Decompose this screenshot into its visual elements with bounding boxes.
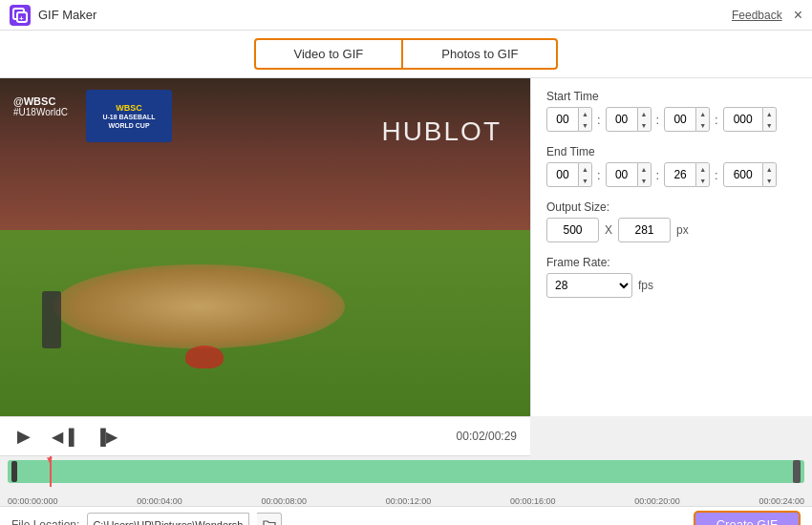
close-button[interactable]: ×: [794, 8, 802, 23]
wbsc-overlay-text2: #U18WorldC: [13, 107, 68, 117]
svg-text:+: +: [19, 14, 24, 23]
end-s-arrows: ▲ ▼: [696, 162, 710, 187]
output-width-input[interactable]: [546, 218, 599, 242]
start-time-section: Start Time ▲ ▼ : ▲ ▼: [546, 90, 797, 132]
tab-video-to-gif[interactable]: Video to GIF: [254, 38, 404, 70]
end-ms-arrows: ▲ ▼: [763, 162, 777, 187]
timeline-handle-left[interactable]: [11, 461, 17, 482]
wbsc-logo: WBSC U-18 BASEBALL WORLD CUP: [86, 90, 172, 142]
wbsc-overlay-text1: @WBSC: [13, 95, 55, 107]
output-size-section: Output Size: X px: [546, 200, 797, 242]
fps-label: fps: [638, 279, 653, 292]
ts-4: 00:00:16:00: [510, 496, 556, 506]
end-ms-down[interactable]: ▼: [763, 175, 776, 186]
x-label: X: [605, 223, 612, 237]
title-bar-right: Feedback ×: [732, 8, 802, 23]
app-title-label: GIF Maker: [38, 8, 96, 22]
bottom-bar: File Location: Create GIF: [0, 506, 812, 525]
end-ms-input[interactable]: [723, 162, 763, 187]
end-m-down[interactable]: ▼: [638, 175, 651, 186]
title-bar: + GIF Maker Feedback ×: [0, 0, 812, 31]
colon2: :: [655, 113, 661, 127]
tabs-container: Video to GIF Photos to GIF: [0, 31, 812, 78]
timeline-handle-right[interactable]: [793, 460, 801, 483]
colon3: :: [714, 113, 719, 127]
colon6: :: [714, 168, 719, 182]
folder-button[interactable]: [257, 513, 282, 526]
right-panel: Start Time ▲ ▼ : ▲ ▼: [530, 78, 812, 416]
end-s-group: ▲ ▼: [664, 162, 710, 187]
timeline-timestamps: 00:00:00:000 00:00:04:00 00:00:08:00 00:…: [8, 496, 804, 506]
end-s-down[interactable]: ▼: [696, 175, 709, 186]
start-ms-up[interactable]: ▲: [763, 108, 776, 119]
hublot-text: HUBLOT: [381, 116, 502, 147]
timeline-track[interactable]: [8, 460, 804, 483]
start-h-arrows: ▲ ▼: [579, 107, 592, 132]
file-location-label: File Location:: [11, 518, 79, 526]
fps-row: 28 24 30 60 fps: [546, 273, 797, 298]
create-gif-button[interactable]: Create GIF: [694, 511, 801, 525]
end-ms-group: ▲ ▼: [723, 162, 777, 187]
end-h-up[interactable]: ▲: [579, 163, 591, 175]
controls-bar: ▶ ◀▐ ▐▶ 00:02/00:29: [0, 416, 530, 456]
end-h-input[interactable]: [546, 162, 579, 187]
ts-0: 00:00:00:000: [8, 496, 58, 506]
start-ms-down[interactable]: ▼: [763, 119, 776, 131]
end-h-arrows: ▲ ▼: [579, 162, 592, 187]
start-s-group: ▲ ▼: [664, 107, 710, 132]
frame-rate-section: Frame Rate: 28 24 30 60 fps: [546, 256, 797, 298]
start-s-input[interactable]: [664, 107, 696, 132]
end-s-input[interactable]: [664, 162, 696, 187]
px-label: px: [676, 223, 689, 237]
start-h-input[interactable]: [546, 107, 579, 132]
end-time-label: End Time: [546, 145, 797, 158]
output-height-input[interactable]: [618, 218, 671, 242]
end-h-down[interactable]: ▼: [579, 175, 591, 186]
start-ms-group: ▲ ▼: [723, 107, 777, 132]
main-content: @WBSC #U18WorldC WBSC U-18 BASEBALL WORL…: [0, 78, 812, 416]
play-button[interactable]: ▶: [13, 424, 34, 449]
next-button[interactable]: ▐▶: [91, 426, 120, 448]
time-display: 00:02/00:29: [457, 430, 517, 443]
colon5: :: [655, 168, 661, 182]
start-m-arrows: ▲ ▼: [638, 107, 652, 132]
ts-2: 00:00:08:00: [261, 496, 307, 506]
feedback-link[interactable]: Feedback: [732, 9, 782, 22]
start-ms-arrows: ▲ ▼: [763, 107, 777, 132]
end-m-up[interactable]: ▲: [638, 163, 651, 175]
timeline-needle: [50, 456, 52, 487]
start-s-down[interactable]: ▼: [696, 119, 709, 131]
tab-photos-to-gif[interactable]: Photos to GIF: [403, 38, 558, 70]
end-time-inputs: ▲ ▼ : ▲ ▼ : ▲ ▼: [546, 162, 797, 187]
wbsc-line2: WORLD CUP: [108, 122, 149, 129]
fps-select[interactable]: 28 24 30 60: [546, 273, 632, 298]
start-s-arrows: ▲ ▼: [696, 107, 710, 132]
colon1: :: [596, 113, 602, 127]
end-s-up[interactable]: ▲: [696, 163, 709, 175]
frame-rate-label: Frame Rate:: [546, 256, 797, 269]
end-time-section: End Time ▲ ▼ : ▲ ▼ :: [546, 145, 797, 187]
wbsc-line1: U-18 BASEBALL: [102, 113, 155, 121]
output-size-label: Output Size:: [546, 200, 797, 214]
end-m-input[interactable]: [606, 162, 638, 187]
end-ms-up[interactable]: ▲: [763, 163, 776, 175]
ts-6: 00:00:24:00: [759, 496, 804, 506]
start-m-input[interactable]: [606, 107, 638, 132]
title-bar-left: + GIF Maker: [10, 5, 96, 26]
start-h-up[interactable]: ▲: [579, 108, 591, 119]
end-h-group: ▲ ▼: [546, 162, 592, 187]
prev-button[interactable]: ◀▐: [48, 426, 77, 448]
end-m-group: ▲ ▼: [606, 162, 652, 187]
colon4: :: [596, 168, 602, 182]
start-h-down[interactable]: ▼: [579, 119, 591, 131]
file-path-input[interactable]: [87, 513, 249, 526]
start-s-up[interactable]: ▲: [696, 108, 709, 119]
start-m-down[interactable]: ▼: [638, 119, 651, 131]
app-logo: +: [10, 5, 31, 26]
start-ms-input[interactable]: [723, 107, 763, 132]
start-m-up[interactable]: ▲: [638, 108, 651, 119]
timeline-area[interactable]: 00:00:00:000 00:00:04:00 00:00:08:00 00:…: [0, 456, 812, 506]
end-m-arrows: ▲ ▼: [638, 162, 652, 187]
video-preview: @WBSC #U18WorldC WBSC U-18 BASEBALL WORL…: [0, 78, 530, 416]
size-row: X px: [546, 218, 797, 242]
